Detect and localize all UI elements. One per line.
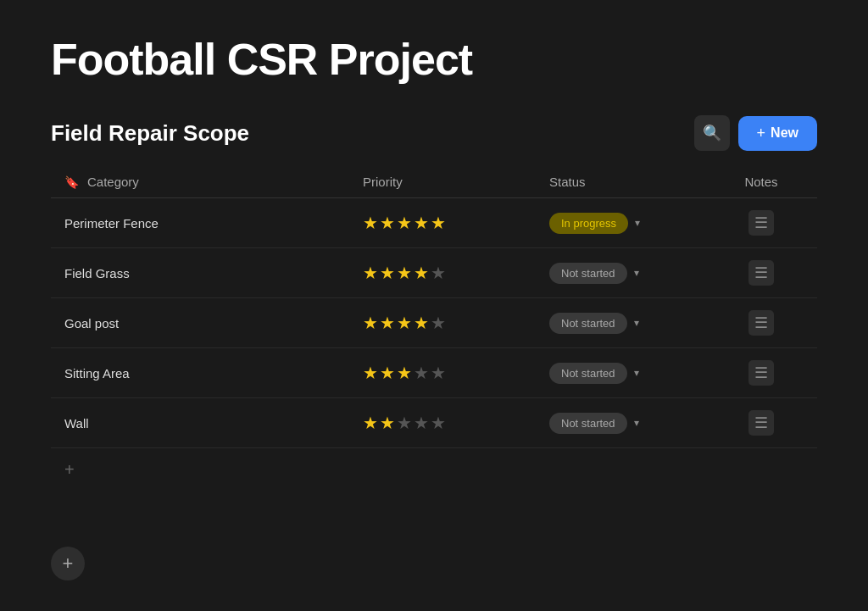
cell-category-3: Sitting Area — [64, 366, 363, 380]
star-1: ★ — [363, 363, 378, 383]
star-1: ★ — [363, 413, 378, 433]
star-4: ★ — [414, 313, 429, 333]
cell-priority-2: ★★★★★ — [363, 313, 549, 333]
cell-category-0: Perimeter Fence — [64, 216, 363, 231]
star-5: ★ — [431, 413, 446, 433]
star-3: ★ — [397, 263, 412, 283]
section-title: Field Repair Scope — [51, 120, 249, 147]
column-header-status: Status — [549, 175, 719, 189]
star-5: ★ — [431, 213, 446, 233]
star-3: ★ — [397, 413, 412, 433]
star-2: ★ — [380, 313, 395, 333]
star-2: ★ — [380, 413, 395, 433]
status-chevron-0[interactable]: ▾ — [635, 217, 640, 229]
status-chevron-3[interactable]: ▾ — [634, 367, 639, 379]
cell-status-4: Not started ▾ — [549, 413, 719, 434]
notes-icon-4[interactable]: ☰ — [748, 410, 774, 436]
search-button[interactable]: 🔍 — [694, 115, 730, 151]
notes-icon-0[interactable]: ☰ — [748, 210, 774, 236]
status-chevron-1[interactable]: ▾ — [634, 267, 639, 279]
status-badge-3[interactable]: Not started — [549, 363, 627, 384]
star-3: ★ — [397, 313, 412, 333]
status-badge-1[interactable]: Not started — [549, 263, 627, 284]
star-4: ★ — [414, 413, 429, 433]
cell-notes-0: ☰ — [719, 210, 804, 236]
column-header-notes: Notes — [719, 175, 804, 189]
cell-category-2: Goal post — [64, 316, 363, 330]
cell-category-1: Field Grass — [64, 266, 363, 281]
cell-priority-1: ★★★★★ — [363, 263, 549, 283]
table-row: Sitting Area ★★★★★ Not started ▾ ☰ — [51, 348, 817, 398]
star-5: ★ — [431, 363, 446, 383]
section-header: Field Repair Scope 🔍 + New — [51, 115, 817, 151]
header-actions: 🔍 + New — [694, 115, 817, 151]
star-5: ★ — [431, 313, 446, 333]
cell-status-2: Not started ▾ — [549, 313, 719, 334]
table-row: Field Grass ★★★★★ Not started ▾ ☰ — [51, 248, 817, 298]
star-2: ★ — [380, 363, 395, 383]
add-row-button[interactable]: + — [51, 448, 817, 492]
table-body: Perimeter Fence ★★★★★ In progress ▾ ☰ Fi… — [51, 198, 817, 448]
status-chevron-2[interactable]: ▾ — [634, 317, 639, 329]
star-4: ★ — [414, 263, 429, 283]
status-chevron-4[interactable]: ▾ — [634, 417, 639, 429]
notes-icon-3[interactable]: ☰ — [748, 360, 774, 386]
search-icon: 🔍 — [703, 124, 721, 142]
cell-notes-3: ☰ — [719, 360, 804, 386]
column-header-category: 🔖 Category — [64, 175, 363, 189]
cell-priority-0: ★★★★★ — [363, 213, 549, 233]
new-button-label: New — [771, 125, 798, 141]
cell-status-0: In progress ▾ — [549, 213, 719, 234]
star-5: ★ — [431, 263, 446, 283]
cell-priority-4: ★★★★★ — [363, 413, 549, 433]
status-badge-0[interactable]: In progress — [549, 213, 628, 234]
star-2: ★ — [380, 213, 395, 233]
column-header-priority: Priority — [363, 175, 549, 189]
notes-icon-2[interactable]: ☰ — [748, 310, 774, 336]
notes-icon-1[interactable]: ☰ — [748, 260, 774, 286]
cell-status-1: Not started ▾ — [549, 263, 719, 284]
table-row: Wall ★★★★★ Not started ▾ ☰ — [51, 398, 817, 448]
star-2: ★ — [380, 263, 395, 283]
new-button[interactable]: + New — [738, 116, 817, 151]
plus-icon: + — [757, 125, 766, 142]
star-4: ★ — [414, 363, 429, 383]
status-badge-4[interactable]: Not started — [549, 413, 627, 434]
cell-status-3: Not started ▾ — [549, 363, 719, 384]
cell-notes-4: ☰ — [719, 410, 804, 436]
table-header: 🔖 Category Priority Status Notes — [51, 166, 817, 198]
page-title: Football CSR Project — [51, 34, 817, 85]
star-3: ★ — [397, 363, 412, 383]
star-1: ★ — [363, 213, 378, 233]
table-container: 🔖 Category Priority Status Notes Perimet… — [51, 166, 817, 492]
bottom-plus-icon: + — [63, 553, 74, 575]
bookmark-icon: 🔖 — [64, 175, 79, 189]
star-3: ★ — [397, 213, 412, 233]
status-badge-2[interactable]: Not started — [549, 313, 627, 334]
cell-notes-1: ☰ — [719, 260, 804, 286]
cell-category-4: Wall — [64, 416, 363, 430]
cell-notes-2: ☰ — [719, 310, 804, 336]
table-row: Perimeter Fence ★★★★★ In progress ▾ ☰ — [51, 198, 817, 248]
star-4: ★ — [414, 213, 429, 233]
cell-priority-3: ★★★★★ — [363, 363, 549, 383]
bottom-add-button[interactable]: + — [51, 547, 85, 580]
star-1: ★ — [363, 313, 378, 333]
table-row: Goal post ★★★★★ Not started ▾ ☰ — [51, 298, 817, 348]
star-1: ★ — [363, 263, 378, 283]
